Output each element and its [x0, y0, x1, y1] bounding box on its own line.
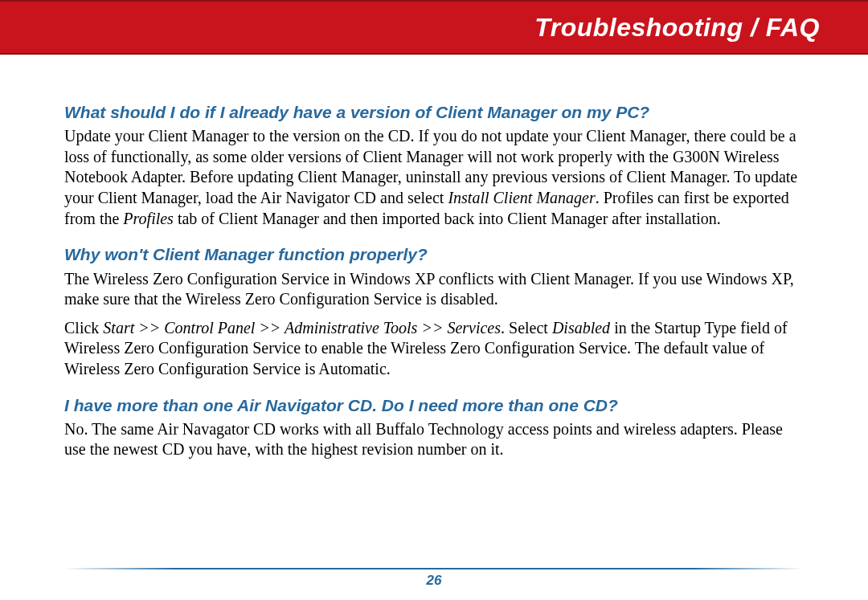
content-area: What should I do if I already have a ver…	[0, 55, 868, 460]
faq-answer-1-emphasis-2: Profiles	[123, 210, 174, 227]
faq-answer-2b-text-mid: . Select	[501, 319, 552, 337]
faq-answer-2b-emphasis-1: Start >> Control Panel >> Administrative…	[103, 319, 501, 337]
header-band: Troubleshooting / FAQ	[0, 0, 868, 55]
page-title: Troubleshooting / FAQ	[534, 13, 820, 43]
faq-answer-2b: Click Start >> Control Panel >> Administ…	[64, 318, 804, 380]
faq-question-3: I have more than one Air Navigator CD. D…	[64, 394, 804, 416]
faq-answer-1: Update your Client Manager to the versio…	[64, 126, 804, 229]
faq-answer-3: No. The same Air Navagator CD works with…	[64, 419, 804, 460]
footer: 26	[0, 568, 868, 589]
faq-answer-2b-emphasis-2: Disabled	[552, 319, 610, 337]
faq-question-2: Why won't Client Manager function proper…	[64, 243, 804, 265]
faq-answer-1-text-post: tab of Client Manager and then imported …	[174, 210, 721, 227]
faq-answer-2a: The Wireless Zero Configuration Service …	[64, 269, 804, 310]
faq-answer-2b-text-pre: Click	[64, 319, 103, 337]
faq-answer-1-emphasis-1: Install Client Manager	[448, 189, 595, 206]
page-number: 26	[427, 573, 442, 588]
footer-divider	[64, 568, 804, 569]
faq-question-1: What should I do if I already have a ver…	[64, 101, 804, 123]
